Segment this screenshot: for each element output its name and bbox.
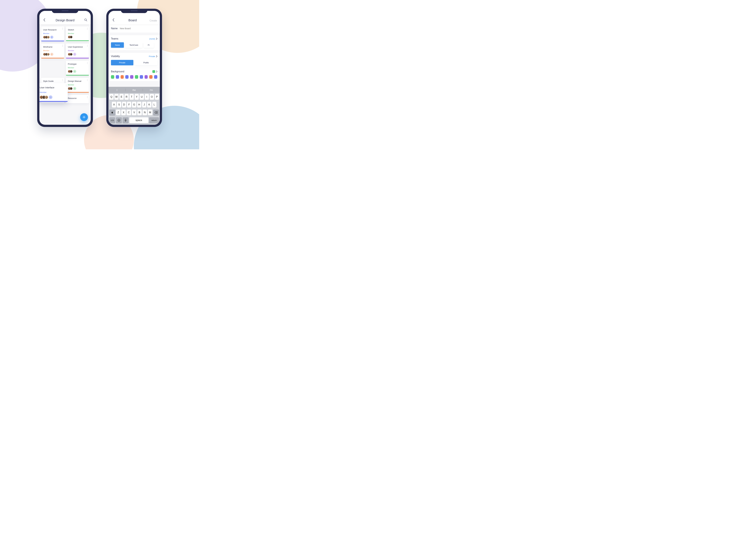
svg-point-1 — [118, 119, 120, 122]
visibility-value: Private — [149, 55, 155, 58]
letter-key[interactable]: X — [121, 109, 126, 115]
letter-key[interactable]: I — [145, 94, 149, 100]
chevron-right-icon — [156, 38, 157, 40]
team-option-pill[interactable]: None — [111, 42, 124, 48]
letter-key[interactable]: C — [127, 109, 131, 115]
keyboard-suggestion[interactable]: I'm — [143, 89, 160, 91]
more-icon[interactable] — [87, 62, 87, 64]
create-button[interactable]: Create — [150, 19, 157, 22]
search-button[interactable] — [83, 18, 88, 22]
card-title: User Interface — [40, 86, 65, 89]
letter-key[interactable]: Q — [109, 94, 113, 100]
letter-key[interactable]: S — [117, 102, 121, 108]
teams-header[interactable]: Teams (none) — [108, 35, 160, 42]
more-icon[interactable] — [62, 79, 63, 81]
letter-key[interactable]: B — [137, 109, 142, 115]
card-title: Design Manual — [68, 80, 87, 82]
board-card[interactable]: Resource — [66, 95, 89, 103]
letter-key[interactable]: Z — [116, 109, 121, 115]
letter-key[interactable]: P — [155, 94, 159, 100]
card-member-label: Member — [68, 84, 87, 86]
space-key[interactable]: space — [129, 117, 148, 123]
avatar — [70, 53, 73, 56]
more-icon[interactable] — [66, 84, 67, 86]
more-icon[interactable] — [62, 28, 63, 30]
letter-key[interactable]: L — [152, 102, 156, 108]
more-icon[interactable] — [87, 79, 87, 81]
letter-key[interactable]: D — [122, 102, 126, 108]
team-option-pill[interactable]: TechCare — [125, 42, 142, 48]
board-card[interactable]: Design Manual Member2+ — [66, 78, 89, 93]
background-preview-swatch — [152, 70, 155, 73]
letter-key[interactable]: G — [132, 102, 136, 108]
color-swatch[interactable] — [145, 75, 148, 79]
board-name-input[interactable] — [120, 27, 157, 30]
card-title: Wireframe — [43, 46, 62, 48]
name-row: Name — [108, 24, 160, 33]
color-swatch[interactable] — [130, 75, 133, 79]
color-swatch[interactable] — [140, 75, 143, 79]
team-option-pill[interactable]: Fr — [144, 42, 154, 48]
avatar-group: 2+ — [68, 70, 87, 73]
letter-key[interactable]: V — [132, 109, 136, 115]
letter-key[interactable]: R — [125, 94, 129, 100]
color-swatch[interactable] — [149, 75, 153, 79]
letter-key[interactable]: J — [142, 102, 146, 108]
card-accent-bar — [66, 75, 89, 76]
letter-key[interactable]: W — [114, 94, 119, 100]
letter-key[interactable]: M — [148, 109, 152, 115]
add-board-fab[interactable] — [80, 113, 88, 121]
color-swatch[interactable] — [111, 75, 114, 79]
card-accent-bar — [41, 58, 64, 58]
color-swatch[interactable] — [154, 75, 157, 79]
board-card[interactable]: Sketch Member — [66, 26, 89, 42]
numbers-key[interactable]: 123 — [109, 117, 115, 123]
letter-key[interactable]: T — [129, 94, 134, 100]
board-card[interactable]: User Research Member9+ — [41, 26, 64, 42]
board-card-floating[interactable]: User Interface Member 2+ — [40, 83, 68, 102]
color-swatch[interactable] — [125, 75, 129, 79]
back-button[interactable] — [42, 18, 47, 22]
color-swatch[interactable] — [135, 75, 138, 79]
avatar-group: 2+ — [40, 95, 65, 99]
more-icon[interactable] — [87, 28, 87, 30]
backspace-key[interactable] — [153, 109, 159, 115]
keyboard-suggestions: ItheI'm — [108, 87, 160, 93]
letter-key[interactable]: F — [127, 102, 131, 108]
card-member-label: Member — [43, 32, 62, 34]
shift-key[interactable] — [109, 109, 115, 115]
letter-key[interactable]: Y — [135, 94, 139, 100]
color-swatch[interactable] — [121, 75, 124, 79]
more-icon[interactable] — [87, 45, 87, 47]
visibility-header[interactable]: Visibility Private — [108, 53, 160, 60]
letter-key[interactable]: H — [137, 102, 141, 108]
mic-key[interactable] — [123, 117, 129, 123]
board-card[interactable]: Wireframe Member9+ — [41, 44, 64, 58]
board-card[interactable]: User Experience Member7+ — [66, 44, 89, 58]
card-title: Prototype — [68, 63, 87, 65]
more-icon[interactable] — [62, 45, 63, 47]
avatar — [47, 36, 50, 38]
more-icon[interactable] — [87, 96, 87, 98]
emoji-key[interactable] — [116, 117, 122, 123]
letter-key[interactable]: N — [143, 109, 147, 115]
letter-key[interactable]: E — [119, 94, 124, 100]
page-title: Board — [115, 19, 150, 22]
visibility-option-pill[interactable]: Public — [135, 60, 157, 65]
letter-key[interactable]: K — [147, 102, 151, 108]
background-header[interactable]: Background — [108, 68, 160, 75]
background-section: Background — [108, 68, 160, 81]
avatar — [47, 53, 50, 56]
letter-key[interactable]: A — [112, 102, 116, 108]
visibility-option-pill[interactable]: Private — [111, 60, 133, 65]
page-title: Design Board — [47, 19, 83, 22]
keyboard-suggestion[interactable]: I — [108, 89, 125, 91]
letter-key[interactable]: U — [139, 94, 144, 100]
letter-key[interactable]: O — [150, 94, 154, 100]
back-button[interactable] — [111, 18, 115, 22]
color-swatch[interactable] — [116, 75, 119, 79]
return-key[interactable]: return — [149, 117, 159, 123]
chevron-right-icon — [156, 71, 157, 73]
keyboard-suggestion[interactable]: the — [125, 89, 143, 91]
board-card[interactable]: Prototype Member2+ — [66, 61, 89, 76]
